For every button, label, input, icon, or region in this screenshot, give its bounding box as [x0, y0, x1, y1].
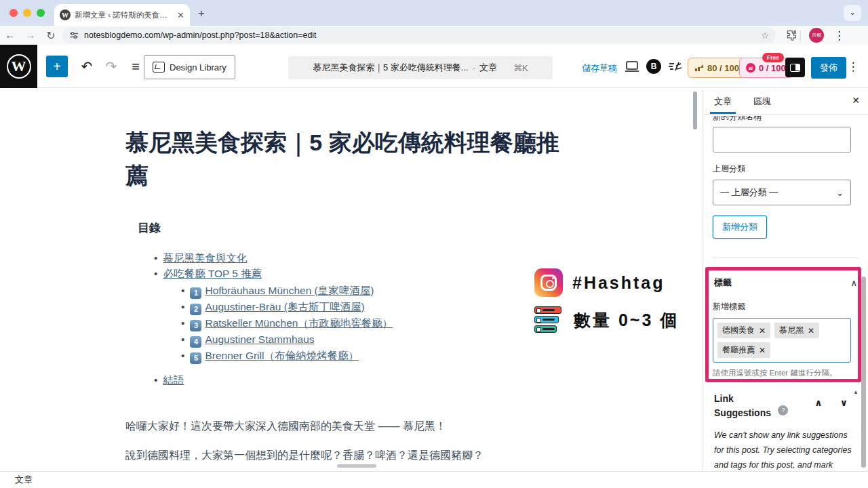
back-icon[interactable]: ←	[0, 29, 20, 41]
tags-help-text: 請使用逗號或按 Enter 鍵進行分隔。	[713, 368, 859, 378]
tag-chip[interactable]: 慕尼黑✕	[774, 323, 819, 338]
remove-tag-icon[interactable]: ✕	[759, 326, 766, 336]
address-bar[interactable]: notesblogdemo.com/wp-admin/post.php?post…	[62, 27, 776, 43]
editor-canvas[interactable]: 慕尼黑美食探索｜5 家必吃傳統料理餐廳推薦 目錄 •慕尼黑美食與文化 •必吃餐廳…	[0, 89, 703, 471]
settings-panel-toggle[interactable]	[785, 58, 805, 77]
sidebar-scrollbar[interactable]	[861, 277, 866, 468]
toc-link[interactable]: 必吃餐廳 TOP 5 推薦	[163, 268, 262, 279]
tab-close-icon[interactable]: ✕	[177, 10, 184, 20]
url-text[interactable]: notesblogdemo.com/wp-admin/post.php?post…	[84, 30, 755, 40]
wordpress-logo[interactable]: W	[0, 45, 37, 88]
post-title[interactable]: 慕尼黑美食探索｜5 家必吃傳統料理餐廳推薦	[125, 126, 573, 193]
sidebar-tabs: 文章 區塊 ✕	[703, 89, 868, 115]
toolbar-divider: |	[797, 29, 804, 41]
parent-category-label: 上層分類	[713, 163, 859, 175]
editor-footer: 文章	[0, 471, 868, 488]
canvas-vertical-scrollbar[interactable]	[693, 92, 697, 129]
browser-tab[interactable]: W 新增文章 ‹ 諾特斯的美食護照 – ✕	[54, 4, 190, 26]
remove-tag-icon[interactable]: ✕	[808, 326, 814, 336]
content-ai-value: 0 / 100	[759, 63, 786, 73]
hashtag-annotation: #Hashtag	[572, 273, 665, 293]
shortcut-hint: ⌘K	[513, 63, 528, 73]
add-block-button[interactable]: +	[46, 56, 68, 77]
annotation-overlay: #Hashtag 數量 0~3 個	[534, 268, 697, 343]
browser-toolbar: ← → ↻ notesblogdemo.com/wp-admin/post.ph…	[0, 26, 868, 45]
save-draft-button[interactable]: 儲存草稿	[582, 62, 617, 75]
help-icon[interactable]: ?	[778, 405, 788, 415]
bookmark-star-icon[interactable]: ☆	[761, 30, 769, 41]
toc-item: •必吃餐廳 TOP 5 推薦	[154, 266, 262, 281]
window-minimize-button[interactable]	[23, 9, 31, 17]
profile-avatar[interactable]: 示範	[809, 28, 824, 43]
tag-chip[interactable]: 餐廳推薦✕	[717, 342, 770, 358]
add-category-button[interactable]: 新增分類	[713, 216, 767, 239]
free-badge: Free	[762, 53, 784, 62]
site-settings-icon[interactable]	[69, 30, 79, 40]
preview-icon[interactable]	[624, 58, 640, 75]
toc-link[interactable]: Brenner Grill（布倫納燒烤餐廳）	[205, 350, 359, 361]
keycap-1-icon: 1	[190, 287, 201, 299]
tag-chip[interactable]: 德國美食✕	[717, 323, 770, 338]
breadcrumb[interactable]: 文章	[15, 474, 33, 486]
browser-tab-strip: W 新增文章 ‹ 諾特斯的美食護照 – ✕ + ⌄	[0, 0, 868, 26]
remove-tag-icon[interactable]: ✕	[759, 346, 766, 355]
chevron-down-icon: ⌄	[836, 188, 844, 198]
toc-heading[interactable]: 目錄	[138, 220, 161, 236]
redo-icon[interactable]: ↷	[100, 56, 122, 77]
window-close-button[interactable]	[9, 9, 18, 17]
tab-block[interactable]: 區塊	[743, 89, 782, 114]
keycap-3-icon: 3	[190, 320, 201, 331]
toc-item: •慕尼黑美食與文化	[154, 250, 262, 266]
design-library-button[interactable]: Design Library	[144, 55, 235, 79]
design-library-icon	[153, 62, 165, 73]
wordpress-logo-glyph: W	[7, 54, 31, 79]
toc-link[interactable]: Augustiner-Bräu (奧古斯丁啤酒屋)	[205, 301, 364, 312]
window-zoom-button[interactable]	[37, 9, 45, 17]
tags-heading: 標籤	[714, 277, 732, 289]
doc-separator: ·	[473, 63, 475, 73]
toc-item: •4Augustiner Stammhaus	[181, 331, 393, 348]
chevron-up-icon[interactable]: ∧	[850, 278, 857, 288]
extensions-icon[interactable]	[785, 30, 797, 41]
editor-options-icon[interactable]: ⋮	[845, 56, 861, 77]
close-icon[interactable]: ✕	[852, 95, 860, 106]
toc-item: •結語	[154, 373, 184, 388]
publish-button[interactable]: 發佈	[811, 57, 846, 79]
keycap-5-icon: 5	[190, 352, 201, 364]
tab-post[interactable]: 文章	[703, 89, 743, 114]
undo-icon[interactable]: ↶	[76, 56, 98, 77]
tags-panel: 標籤 ∧ 新增標籤 德國美食✕ 慕尼黑✕ 餐廳推薦✕ 請使用逗號或按 Enter…	[703, 267, 868, 380]
toc-link[interactable]: 慕尼黑美食與文化	[163, 252, 247, 264]
b-plugin-icon[interactable]: B	[646, 58, 662, 75]
move-up-icon[interactable]: ∧	[814, 397, 822, 408]
link-suggestions-heading: Link Suggestions	[714, 392, 775, 420]
add-tag-label: 新增標籤	[713, 301, 859, 312]
command-center-button[interactable]: 慕尼黑美食探索｜5 家必吃傳統料理餐... · 文章 ⌘K	[288, 56, 553, 79]
canvas-horizontal-scrollbar[interactable]	[337, 464, 376, 468]
content-ai-icon: ai	[746, 63, 755, 73]
instagram-icon	[534, 268, 563, 297]
parent-category-value: — 上層分類 —	[720, 186, 778, 199]
toc-item: •3Ratskeller München（市政廳地窖餐廳）	[181, 315, 393, 331]
new-category-label-clipped: 新的分類名稱	[713, 116, 859, 122]
toc-item: •1Hofbräuhaus München (皇家啤酒屋)	[181, 283, 393, 299]
move-down-icon[interactable]: ∨	[840, 397, 848, 408]
forward-icon[interactable]: →	[20, 29, 41, 41]
speed-plugin-icon[interactable]	[667, 58, 684, 75]
tab-search-chevron-icon[interactable]: ⌄	[844, 5, 861, 21]
seo-score-badge[interactable]: 80 / 100	[688, 58, 746, 78]
reload-icon[interactable]: ↻	[41, 29, 61, 42]
toc-link[interactable]: Augustiner Stammhaus	[205, 333, 314, 345]
paragraph[interactable]: 哈囉大家好！這次要帶大家深入德國南部的美食天堂 —— 慕尼黑！	[125, 420, 587, 434]
tag-input[interactable]: 德國美食✕ 慕尼黑✕ 餐廳推薦✕	[713, 318, 851, 363]
paragraph[interactable]: 說到德國料理，大家第一個想到的是什麼呢？香腸？啤酒？還是德國豬腳？	[125, 449, 587, 463]
toc-link[interactable]: 結語	[163, 374, 184, 386]
new-tab-button[interactable]: +	[198, 7, 205, 19]
scroll-arrow-icon: ▲	[853, 389, 859, 395]
quantity-annotation: 數量 0~3 個	[574, 309, 679, 331]
parent-category-select[interactable]: — 上層分類 — ⌄	[713, 180, 851, 205]
toc-link[interactable]: Ratskeller München（市政廳地窖餐廳）	[205, 317, 392, 329]
new-category-input[interactable]	[713, 127, 851, 152]
toc-link[interactable]: Hofbräuhaus München (皇家啤酒屋)	[205, 285, 374, 296]
browser-menu-icon[interactable]: ⋮	[833, 28, 845, 43]
